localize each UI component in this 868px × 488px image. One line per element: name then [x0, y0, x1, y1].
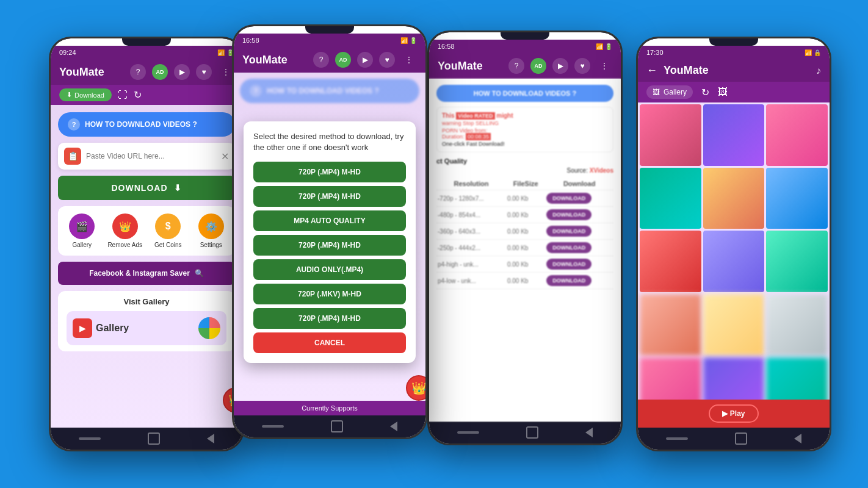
fb-insta-btn[interactable]: Facebook & Instagram Saver 🔍 — [58, 262, 235, 285]
gallery-btn[interactable]: 🖼 Gallery — [646, 85, 693, 99]
option-720p-mp4-1[interactable]: 720P (.MP4) M-HD — [253, 162, 406, 182]
back-btn[interactable]: ← — [646, 64, 657, 77]
download-small-btn[interactable]: ⬇ Download — [59, 88, 112, 101]
crown-overlay-2[interactable]: 👑 — [406, 375, 427, 401]
option-720p-mp4-4[interactable]: 720P (.MP4) M-HD — [253, 308, 406, 329]
thumb-14[interactable] — [703, 357, 765, 400]
nav-home[interactable] — [148, 432, 160, 445]
play-icon-2[interactable]: ▶ — [357, 52, 373, 68]
more-icon-3[interactable]: ⋮ — [596, 58, 612, 74]
visit-gallery-title: Visit Gallery — [67, 297, 226, 306]
nav-recents-2[interactable] — [262, 425, 284, 428]
download-row-3[interactable]: DOWNLOAD — [546, 226, 591, 237]
ad-icon[interactable]: AD — [152, 64, 168, 80]
thumb-5[interactable] — [703, 168, 765, 229]
how-to-bg: ? HOW TO DOWNLOAD VIDEOS ? — [240, 79, 419, 103]
download-row-2[interactable]: DOWNLOAD — [546, 209, 591, 220]
thumb-13[interactable] — [640, 357, 701, 400]
how-to-btn[interactable]: ? HOW TO DOWNLOAD VIDEOS ? — [58, 112, 235, 137]
app-logo-1: YouMate — [59, 66, 104, 79]
features-grid: 🎬 Gallery 👑 Remove Ads $ — [58, 206, 235, 256]
thumb-12[interactable] — [766, 294, 828, 356]
option-mp4-auto[interactable]: MP4 AUTO QUALITY — [253, 210, 406, 231]
thumb-11[interactable] — [703, 294, 765, 356]
ad-icon-2[interactable]: AD — [335, 52, 351, 68]
thumb-3[interactable] — [766, 104, 828, 166]
expand-icon[interactable]: ⛶ — [118, 90, 128, 101]
thumb-15[interactable] — [766, 357, 828, 400]
nav-back[interactable] — [207, 434, 214, 443]
url-input[interactable] — [86, 152, 216, 160]
play-icon[interactable]: ▶ — [174, 64, 190, 80]
gallery-preview[interactable]: ▶ Gallery — [67, 311, 226, 345]
help-icon-3[interactable]: ? — [508, 58, 524, 74]
notch-2 — [305, 26, 354, 34]
status-icons-1: 📶 🔋 — [217, 49, 234, 56]
phone-4: 17:30 📶 🔒 ← YouMate ♪ 🖼 Gallery ↻ — [636, 37, 831, 451]
thumb-1[interactable] — [640, 104, 701, 166]
status-bar-2: 16:58 📶 🔋 — [234, 34, 425, 47]
question-icon: ? — [68, 118, 80, 131]
image-icon[interactable]: 🖼 — [718, 87, 728, 98]
thumb-2[interactable] — [703, 104, 765, 166]
thumb-4[interactable] — [640, 168, 701, 229]
time-4: 17:30 — [646, 49, 664, 56]
sub-header-1: ⬇ Download ⛶ ↻ — [51, 85, 242, 105]
option-audio-only[interactable]: AUDIO ONLY(.MP4) — [253, 259, 406, 280]
download-row-5[interactable]: DOWNLOAD — [546, 259, 591, 270]
thumb-10[interactable] — [640, 294, 701, 356]
table-row: -480p - 854x4... 0.00 Kb DOWNLOAD — [436, 207, 613, 223]
bottom-nav-3 — [429, 422, 621, 443]
download-row-4[interactable]: DOWNLOAD — [546, 242, 591, 253]
header-icons-1: ? AD ▶ ♥ ⋮ — [130, 64, 234, 80]
music-icon[interactable]: ♪ — [816, 65, 821, 76]
option-720p-mkv[interactable]: 720P (.MKV) M-HD — [253, 284, 406, 304]
heart-icon[interactable]: ♥ — [196, 64, 212, 80]
help-icon[interactable]: ? — [130, 64, 146, 80]
download-main-btn[interactable]: DOWNLOAD ⬇ — [58, 176, 235, 200]
option-720p-mp4-2[interactable]: 720P (.MP4) M-HD — [253, 186, 406, 207]
help-icon-2[interactable]: ? — [313, 52, 329, 68]
refresh-icon[interactable]: ↻ — [134, 89, 142, 101]
gallery-label: Gallery — [96, 323, 129, 334]
table-row: p4-low - unk... 0.00 Kb DOWNLOAD — [436, 273, 613, 289]
nav-recents-3[interactable] — [457, 431, 479, 434]
option-720p-mp4-3[interactable]: 720P (.MP4) M-HD — [253, 235, 406, 256]
heart-icon-3[interactable]: ♥ — [574, 58, 590, 74]
download-icon-small: ⬇ — [67, 91, 72, 99]
sync-icon[interactable]: ↻ — [701, 87, 709, 98]
cancel-btn[interactable]: CANCEL — [253, 332, 406, 353]
app-header-1: YouMate ? AD ▶ ♥ ⋮ — [51, 59, 242, 85]
nav-back-4[interactable] — [794, 434, 801, 443]
gallery-icon-box: ▶ — [73, 318, 92, 338]
table-row: p4-high - unk... 0.00 Kb DOWNLOAD — [436, 256, 613, 273]
feature-remove-ads[interactable]: 👑 Remove Ads — [106, 214, 145, 248]
ad-icon-3[interactable]: AD — [530, 58, 546, 74]
thumb-9[interactable] — [766, 231, 828, 292]
feature-get-coins[interactable]: $ Get Coins — [149, 214, 187, 248]
download-row-1[interactable]: DOWNLOAD — [546, 193, 591, 204]
clear-btn[interactable]: ✕ — [221, 151, 229, 162]
nav-home-3[interactable] — [526, 426, 538, 439]
more-icon-2[interactable]: ⋮ — [401, 52, 417, 68]
play-icon-3[interactable]: ▶ — [552, 58, 568, 74]
download-row-6[interactable]: DOWNLOAD — [546, 275, 591, 286]
heart-icon-2[interactable]: ♥ — [379, 52, 395, 68]
play-btn[interactable]: ▶ Play — [709, 404, 758, 423]
phone2-bottom-bar: Currently Supports — [234, 401, 425, 415]
thumb-7[interactable] — [640, 231, 701, 292]
nav-back-3[interactable] — [585, 428, 593, 437]
feature-gallery[interactable]: 🎬 Gallery — [63, 214, 101, 248]
nav-back-2[interactable] — [390, 422, 397, 431]
thumb-6[interactable] — [766, 168, 828, 229]
bottom-nav-2 — [234, 415, 425, 437]
nav-recents-4[interactable] — [666, 437, 688, 440]
feature-settings[interactable]: ⚙️ Settings — [192, 214, 231, 248]
photos-icon — [198, 317, 220, 339]
nav-recents[interactable] — [79, 437, 101, 440]
nav-home-2[interactable] — [331, 420, 343, 432]
thumb-8[interactable] — [703, 231, 765, 292]
url-input-row: 📋 ✕ — [58, 143, 235, 170]
phone-2: 16:58 📶 🔋 YouMate ? AD ▶ ♥ ⋮ — [232, 24, 427, 439]
nav-home-4[interactable] — [735, 432, 747, 445]
